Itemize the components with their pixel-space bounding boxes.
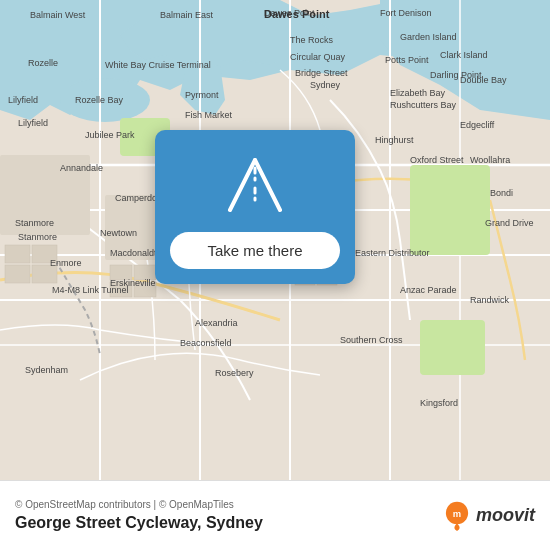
- svg-point-1: [60, 78, 150, 122]
- svg-line-35: [255, 160, 280, 210]
- map-container: Dawes Point Balmain WestBalmain EastDawe…: [0, 0, 550, 480]
- svg-rect-24: [110, 282, 132, 297]
- svg-rect-13: [420, 320, 485, 375]
- location-name: George Street Cycleway, Sydney: [15, 514, 263, 532]
- svg-text:m: m: [453, 508, 461, 519]
- svg-rect-20: [5, 265, 30, 283]
- copyright-text: © OpenStreetMap contributors | © OpenMap…: [15, 499, 263, 510]
- svg-rect-19: [32, 245, 57, 263]
- road-icon: [220, 150, 290, 220]
- moovit-icon-svg: m: [442, 501, 472, 531]
- svg-rect-21: [32, 265, 57, 283]
- svg-rect-22: [110, 265, 132, 280]
- popup-card: Take me there: [155, 130, 355, 284]
- svg-rect-12: [410, 165, 490, 255]
- svg-rect-18: [5, 245, 30, 263]
- moovit-logo[interactable]: m moovit: [442, 501, 535, 531]
- svg-line-34: [230, 160, 255, 210]
- moovit-text: moovit: [476, 505, 535, 526]
- svg-rect-25: [134, 282, 156, 297]
- bottom-bar: © OpenStreetMap contributors | © OpenMap…: [0, 480, 550, 550]
- svg-rect-15: [0, 155, 90, 235]
- location-info: © OpenStreetMap contributors | © OpenMap…: [15, 499, 263, 532]
- take-me-there-button[interactable]: Take me there: [170, 232, 340, 269]
- svg-rect-23: [134, 265, 156, 280]
